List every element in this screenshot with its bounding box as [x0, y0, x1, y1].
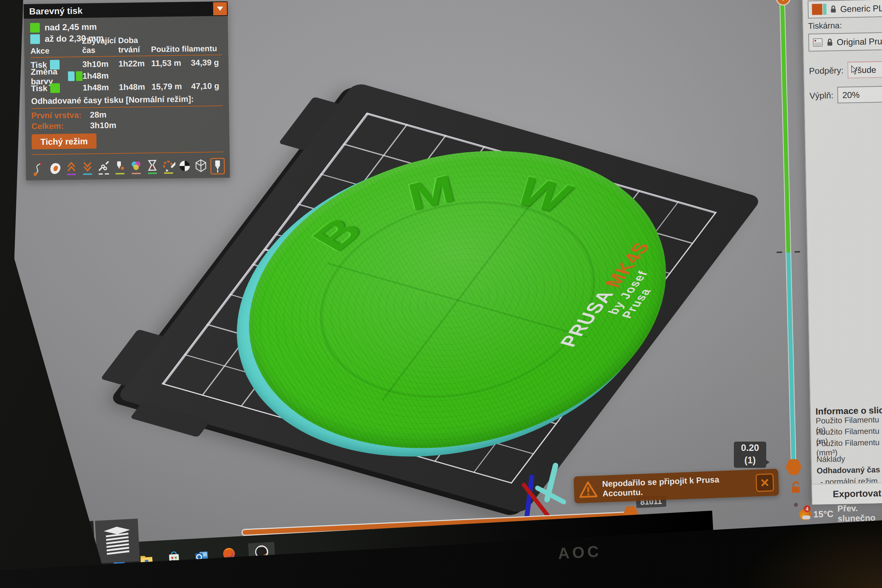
col-header-duration: Doba trvání	[118, 43, 151, 54]
export-gcode-button[interactable]: Exportovat G-code	[812, 482, 882, 505]
filament-preset-select[interactable]: Generic PLA Silk	[808, 0, 882, 19]
panel-title: Barevný tisk	[29, 5, 82, 16]
total-value: 3h10m	[90, 120, 116, 130]
first-layer-value: 28m	[90, 110, 106, 120]
view-layers-button[interactable]	[95, 518, 140, 563]
filament-length-value: 11,53 m	[151, 57, 191, 69]
bed-tab	[100, 329, 164, 386]
layer-tooltip: 0.20 (1)	[734, 442, 766, 468]
collapse-button[interactable]	[213, 2, 227, 15]
monitor-brand-logo: AOC	[558, 542, 602, 563]
toast-close-button[interactable]	[756, 473, 774, 492]
wireframe-cube-icon[interactable]	[194, 158, 208, 176]
retractions-icon[interactable]	[64, 159, 78, 177]
color-changes-icon[interactable]	[129, 158, 143, 176]
estimated-times-title: Odhadované časy tisku [Normální režim]:	[31, 94, 223, 107]
total-label: Celkem:	[32, 120, 90, 131]
remaining-value: 1h48m	[82, 81, 119, 93]
layer-number-value: (1)	[734, 454, 766, 466]
mouse-cursor-icon	[850, 65, 858, 75]
time-estimate-title: Odhadovaný čas tisku:	[816, 463, 882, 476]
lock-icon	[826, 38, 833, 46]
supports-label: Podpěry:	[809, 65, 844, 76]
filament-color-swatch2	[823, 4, 826, 15]
model-bmw-disc[interactable]: B M W	[172, 109, 743, 490]
layer-height-value: 0.20	[734, 442, 766, 454]
model-letter: W	[507, 168, 580, 221]
filament-color-swatch	[812, 4, 822, 15]
deretractions-icon[interactable]	[81, 159, 95, 177]
settings-panel: Generic PLA Silk Tiskárna: Original Prus…	[802, 0, 882, 505]
info-label: Náklady	[816, 454, 846, 464]
pause-print-icon[interactable]	[113, 159, 127, 177]
toast-message: Nepodařilo se připojit k Prusa Accountu.	[602, 474, 752, 499]
first-layer-label: První vrstva:	[32, 110, 90, 120]
close-icon	[760, 478, 770, 488]
cyan-swatch	[30, 34, 40, 44]
cyan-swatch	[68, 71, 74, 81]
supports-select[interactable]: Všude	[848, 60, 882, 78]
infill-label: Výplň:	[809, 90, 833, 100]
printer-label: Tiskárna:	[808, 19, 882, 31]
info-row: Použito Filamentu (mm³) 657	[816, 440, 882, 454]
unlock-icon[interactable]	[788, 480, 802, 495]
filament-preset-value: Generic PLA Silk	[840, 3, 882, 14]
filament-weight-value: 47,10 g	[191, 80, 223, 92]
layer-slider-track[interactable]	[780, 0, 795, 467]
filament-length-value: 15,79 m	[152, 80, 191, 93]
duration-value: 1h22m	[118, 57, 151, 70]
filament-weight-value: 34,39 g	[191, 57, 222, 69]
shells-sphere-icon[interactable]	[178, 158, 192, 176]
bed-tab	[278, 97, 339, 150]
col-header-action: Akce	[30, 44, 82, 56]
col-header-remaining: Zbývající čas	[82, 44, 118, 55]
legend-toolbar	[32, 154, 224, 178]
layer-slider-top-handle[interactable]: +	[776, 0, 791, 6]
legend-label: nad 2,45 mm	[45, 22, 97, 32]
slider-tick	[795, 251, 800, 252]
custom-gcode-link-icon[interactable]	[97, 159, 111, 177]
layers-icon	[101, 524, 134, 558]
perimeter-blob-icon[interactable]	[48, 159, 62, 178]
green-swatch	[76, 71, 82, 81]
col-header-filament: Použito filamentu	[151, 42, 222, 54]
printer-icon	[812, 38, 823, 48]
remaining-value: 3h10m	[82, 58, 118, 70]
chevron-down-icon	[217, 6, 223, 10]
custom-gcode-pencil-icon[interactable]	[162, 158, 176, 176]
printer-preset-value: Original Prusa MK4S	[837, 36, 882, 47]
notification-badge: 4	[804, 505, 811, 512]
infill-value: 20%	[842, 90, 860, 100]
table-row: Změna barvy	[31, 70, 82, 82]
printer-preset-select[interactable]: Original Prusa MK4S	[808, 32, 882, 51]
desk-background	[737, 512, 882, 588]
duration-value: 1h48m	[119, 81, 152, 93]
lock-icon	[830, 4, 837, 14]
warning-icon	[579, 480, 598, 498]
color-print-panel: Barevný tisk nad 2,45 mm až do 2,30 mm A…	[23, 2, 230, 180]
bed-tab	[130, 401, 210, 438]
estimated-time-icon[interactable]	[146, 158, 159, 176]
print-actions-table: Akce Zbývající čas Doba trvání Použito f…	[30, 42, 222, 56]
slider-tick	[777, 252, 782, 253]
layer-slider-handle[interactable]	[785, 459, 802, 476]
tool-head-icon[interactable]	[210, 157, 225, 176]
remaining-value: 1h48m	[82, 70, 118, 82]
green-swatch	[30, 23, 40, 32]
green-swatch	[50, 83, 60, 93]
action-label: Tisk	[31, 83, 48, 93]
filament-flow-icon[interactable]	[32, 159, 46, 178]
table-row: Tisk	[31, 82, 82, 94]
stealth-mode-button[interactable]: Tichý režim	[32, 133, 97, 150]
infill-select[interactable]: 20%	[837, 86, 882, 104]
monitor-photo: B M W PRUSA MK4S by Josef Prusa Barevný …	[0, 0, 882, 588]
panel-title-bar[interactable]: Barevný tisk	[23, 2, 228, 19]
